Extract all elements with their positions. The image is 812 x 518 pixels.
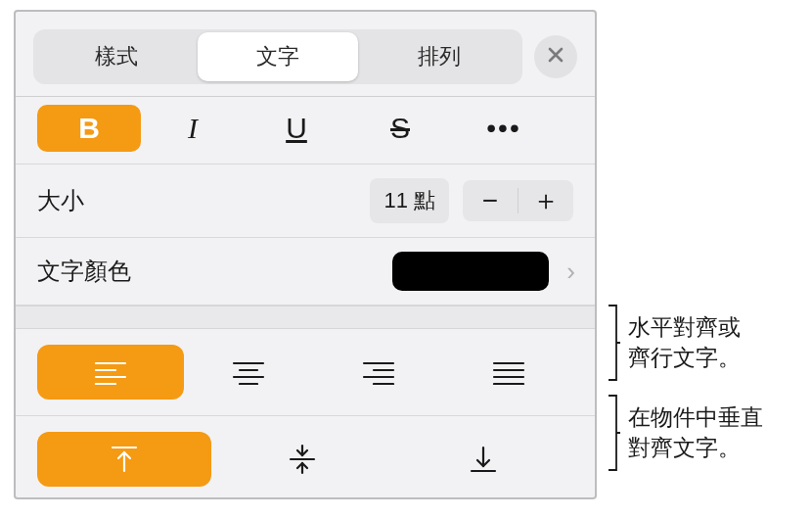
align-justify-button[interactable] bbox=[443, 345, 573, 400]
valign-bottom-icon bbox=[470, 445, 497, 474]
font-style-row: B I U S ••• bbox=[16, 97, 595, 165]
bracket-icon bbox=[607, 304, 620, 382]
align-right-icon bbox=[362, 359, 395, 385]
size-label: 大小 bbox=[37, 185, 370, 216]
italic-button[interactable]: I bbox=[141, 105, 245, 152]
valign-top-icon bbox=[111, 445, 138, 474]
font-size-row: 大小 11 點 − ＋ bbox=[16, 165, 595, 238]
callout-text: 水平對齊或齊行文字。 bbox=[628, 312, 741, 373]
section-gap bbox=[16, 306, 595, 329]
valign-bottom-button[interactable] bbox=[392, 432, 573, 487]
callout-vertical-align: 在物件中垂直對齊文字。 bbox=[607, 394, 763, 472]
tab-segmented-control: 樣式 文字 排列 bbox=[33, 29, 522, 84]
close-button[interactable] bbox=[534, 35, 577, 78]
bold-button[interactable]: B bbox=[37, 105, 141, 152]
vertical-align-row bbox=[16, 416, 595, 502]
underline-button[interactable]: U bbox=[245, 105, 348, 152]
size-decrease-button[interactable]: − bbox=[463, 180, 518, 221]
strikethrough-button[interactable]: S bbox=[348, 105, 452, 152]
tab-style[interactable]: 樣式 bbox=[36, 32, 198, 81]
text-color-row[interactable]: 文字顏色 › bbox=[16, 238, 595, 306]
align-right-button[interactable] bbox=[314, 345, 444, 400]
bracket-icon bbox=[607, 394, 620, 472]
bold-icon: B bbox=[78, 112, 100, 145]
plus-icon: ＋ bbox=[532, 182, 560, 219]
minus-icon: − bbox=[482, 185, 498, 216]
more-icon: ••• bbox=[486, 113, 520, 144]
strikethrough-icon: S bbox=[390, 112, 410, 145]
horizontal-align-row bbox=[16, 329, 595, 416]
size-stepper: − ＋ bbox=[463, 180, 573, 221]
size-increase-button[interactable]: ＋ bbox=[519, 180, 573, 221]
align-left-icon bbox=[94, 359, 127, 385]
valign-top-button[interactable] bbox=[37, 432, 211, 487]
align-left-button[interactable] bbox=[37, 345, 184, 400]
color-swatch[interactable] bbox=[392, 252, 549, 291]
tab-text[interactable]: 文字 bbox=[198, 32, 359, 81]
tab-arrange[interactable]: 排列 bbox=[358, 32, 519, 81]
align-center-button[interactable] bbox=[184, 345, 314, 400]
close-icon bbox=[547, 44, 564, 70]
underline-icon: U bbox=[286, 112, 307, 145]
text-format-panel: 樣式 文字 排列 B I U S ••• 大小 11 點 − ＋ 文字顏色 › bbox=[14, 10, 597, 499]
callout-horizontal-align: 水平對齊或齊行文字。 bbox=[607, 304, 741, 382]
callout-text: 在物件中垂直對齊文字。 bbox=[628, 402, 763, 463]
align-center-icon bbox=[232, 359, 265, 385]
align-justify-icon bbox=[492, 359, 525, 385]
panel-header: 樣式 文字 排列 bbox=[16, 12, 595, 96]
chevron-right-icon: › bbox=[561, 257, 581, 287]
size-value[interactable]: 11 點 bbox=[370, 178, 449, 223]
valign-middle-icon bbox=[289, 444, 316, 475]
color-label: 文字顏色 bbox=[37, 256, 392, 287]
valign-middle-button[interactable] bbox=[211, 432, 392, 487]
more-styles-button[interactable]: ••• bbox=[452, 105, 556, 152]
italic-icon: I bbox=[188, 112, 198, 145]
